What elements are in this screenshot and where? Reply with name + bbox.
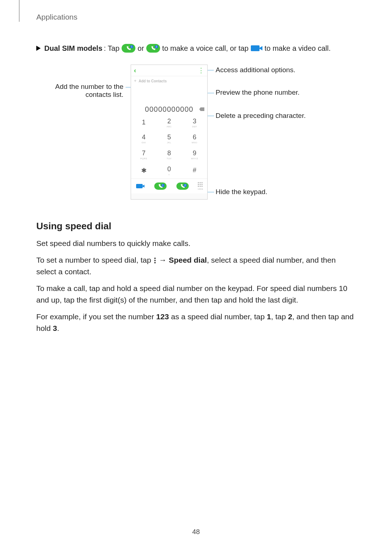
back-icon[interactable]: ‹ — [134, 67, 136, 74]
call-sim2-icon: 2 — [146, 44, 160, 53]
speed-dial-p1: Set speed dial numbers to quickly make c… — [36, 238, 356, 249]
dual-sim-instruction: Dual SIM models: Tap 1 or 2 to make a vo… — [36, 43, 356, 54]
dialer-mock: ‹ ⋮ + Add to Contacts 00000000000 1 2ABC… — [131, 65, 208, 200]
key-7[interactable]: 7PQRS — [131, 147, 156, 163]
intro-mid2: to make a voice call, or tap — [162, 43, 249, 54]
section-label: Applications — [36, 13, 77, 21]
sim-badge-2: 2 — [184, 184, 187, 187]
backspace-icon[interactable] — [199, 107, 204, 111]
add-to-contacts-row[interactable]: + Add to Contacts — [131, 76, 207, 86]
callout-add-contacts: Add the number to the contacts list. — [33, 83, 123, 99]
intro-tail1: : Tap — [104, 43, 119, 54]
bullet-triangle-icon — [36, 46, 41, 51]
dialer-diagram: Add the number to the contacts list. Acc… — [36, 65, 356, 210]
speed-dial-p2: To set a number to speed dial, tap → Spe… — [36, 254, 356, 278]
key-2[interactable]: 2ABC — [156, 115, 182, 131]
video-call-button[interactable] — [136, 184, 144, 188]
intro-bold: Dual SIM models — [44, 43, 102, 54]
callout-access-options: Access additional options. — [216, 66, 295, 74]
key-5[interactable]: 5JKL — [156, 131, 182, 147]
hide-keypad-button[interactable]: HIDE — [198, 182, 203, 190]
intro-tail: to make a video call. — [265, 43, 331, 54]
sim-badge-1: 1 — [162, 184, 164, 187]
keypad: 1 2ABC 3DEF 4GHI 5JKL 6MNO 7PQRS 8TUV 9W… — [131, 115, 207, 178]
key-hash[interactable]: # — [182, 163, 207, 178]
add-to-contacts-label: Add to Contacts — [139, 79, 167, 83]
key-6[interactable]: 6MNO — [182, 131, 207, 147]
dialer-topbar: ‹ ⋮ — [131, 65, 207, 76]
entered-number: 00000000000 — [145, 105, 193, 114]
key-8[interactable]: 8TUV — [156, 147, 182, 163]
intro-or: or — [138, 43, 144, 54]
call-sim2-button[interactable]: 2 — [176, 182, 189, 190]
video-call-icon — [251, 45, 262, 51]
call-sim1-button[interactable]: 1 — [154, 182, 167, 190]
sim-badge-2: 2 — [155, 45, 158, 48]
page-number: 48 — [0, 528, 392, 536]
more-options-icon — [154, 257, 156, 264]
number-display-row: 00000000000 — [131, 104, 207, 115]
key-9[interactable]: 9WXYZ — [182, 147, 207, 163]
more-options-icon[interactable]: ⋮ — [198, 69, 204, 72]
hide-label: HIDE — [198, 188, 203, 190]
callout-delete-char: Delete a preceding character. — [216, 112, 306, 120]
sim-badge-1: 1 — [130, 45, 133, 48]
callout-preview-number: Preview the phone number. — [216, 89, 299, 97]
key-1[interactable]: 1 — [131, 115, 156, 131]
callout-hide-keypad: Hide the keypad. — [216, 188, 268, 196]
speed-dial-heading: Using speed dial — [36, 221, 356, 232]
key-star[interactable]: ✱ — [131, 163, 156, 178]
page-content: Dual SIM models: Tap 1 or 2 to make a vo… — [36, 43, 356, 339]
key-4[interactable]: 4GHI — [131, 131, 156, 147]
speed-dial-p4: For example, if you set the number 123 a… — [36, 311, 356, 334]
plus-icon: + — [134, 78, 136, 83]
dialer-bottom-row: 1 2 HIDE — [131, 178, 207, 193]
header-rule — [19, 0, 20, 22]
call-sim1-icon: 1 — [122, 44, 135, 53]
key-3[interactable]: 3DEF — [182, 115, 207, 131]
number-preview-area — [131, 86, 207, 104]
key-0[interactable]: 0+ — [156, 163, 182, 178]
speed-dial-p3: To make a call, tap and hold a speed dia… — [36, 283, 356, 306]
